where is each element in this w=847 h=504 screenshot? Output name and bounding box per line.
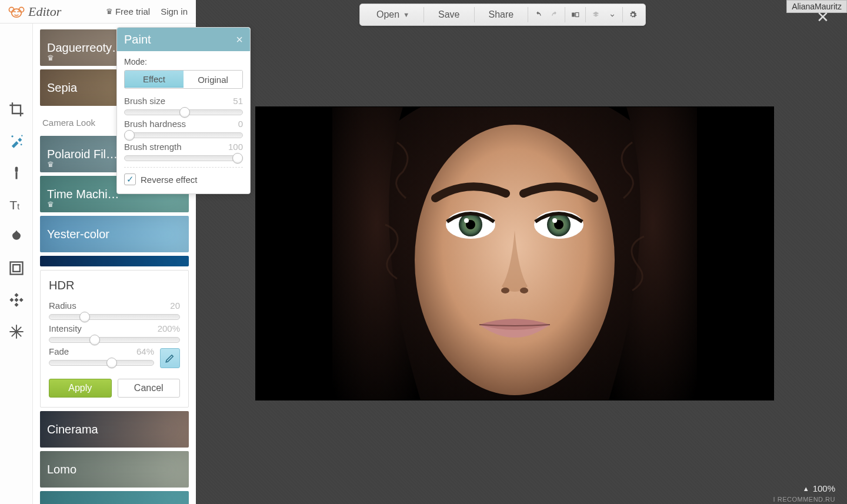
brush-strength-slider[interactable]: Brush strength 100 [124,142,243,161]
chevron-down-icon: ▼ [403,11,409,18]
svg-point-5 [21,135,22,136]
textures-icon[interactable] [7,291,26,309]
crown-icon: ♛ [47,200,54,209]
svg-point-26 [520,288,528,293]
before-after-icon[interactable] [569,8,582,21]
gear-icon[interactable] [626,8,639,21]
filter-lomo[interactable]: Lomo [40,451,189,488]
svg-point-25 [501,288,509,293]
open-button[interactable]: Open ▼ [366,4,420,26]
paint-popover-header: Paint × [117,28,250,51]
mode-segment: Effect Original [124,70,243,89]
effects-icon[interactable] [7,132,26,151]
svg-rect-13 [576,13,579,17]
crown-icon: ♛ [47,54,54,62]
radius-slider[interactable]: Radius 20 [49,301,180,320]
checkbox-icon: ✓ [124,173,136,185]
crop-icon[interactable] [7,100,26,119]
filter-yester-color[interactable]: Yester-color [40,216,189,252]
sign-in-link[interactable]: Sign in [161,6,188,16]
brush-size-slider[interactable]: Brush size 51 [124,96,243,115]
main-toolbar: Open ▼ Save Share [359,4,646,26]
monkey-icon [8,5,25,18]
paint-toggle-button[interactable] [160,348,180,368]
watermark: I RECOMMEND.RU [773,496,835,503]
undo-icon[interactable] [532,8,545,21]
svg-rect-10 [10,262,22,275]
filter-hdr-thumb[interactable] [40,256,189,266]
text-icon[interactable]: Tt [7,195,26,214]
svg-text:t: t [17,202,19,211]
frames-icon[interactable] [7,259,26,278]
logo: Editor [8,4,61,19]
layers-icon[interactable] [589,8,602,21]
filter-cinerama[interactable]: Cinerama [40,411,189,448]
svg-rect-6 [15,167,18,172]
mode-original-button[interactable]: Original [184,71,242,88]
themes-icon[interactable] [7,322,26,341]
intensity-slider[interactable]: Intensity 200% [49,323,180,343]
svg-rect-7 [15,172,17,179]
triangle-up-icon: ▲ [803,485,809,492]
canvas-area: Open ▼ Save Share [196,0,847,504]
close-icon[interactable]: × [236,33,243,46]
filter-more[interactable] [40,491,189,504]
free-trial-link[interactable]: ♛ Free trial [106,6,150,16]
portrait-image [332,107,697,400]
fade-slider[interactable]: Fade 64% [49,346,154,366]
hdr-title: HDR [49,279,180,292]
brush-hardness-slider[interactable]: Brush hardness 0 [124,119,243,138]
hdr-panel: HDR Radius 20 Intensity 200% Fade [40,270,189,408]
svg-point-3 [11,135,13,137]
share-button[interactable]: Share [478,4,525,26]
apply-button[interactable]: Apply [49,379,112,398]
image-canvas[interactable] [256,107,773,400]
cancel-button[interactable]: Cancel [118,379,181,398]
svg-rect-12 [572,13,575,17]
mode-label: Mode: [124,57,243,66]
close-icon[interactable]: ✕ [816,8,829,26]
redo-icon [548,8,561,21]
svg-point-4 [20,143,22,145]
app-header: Editor ♛ Free trial Sign in [0,0,196,24]
zoom-indicator[interactable]: ▲ 100% [803,483,835,493]
svg-point-24 [552,218,557,223]
reverse-effect-checkbox[interactable]: ✓ Reverse effect [124,173,243,185]
app-title: Editor [28,4,61,19]
crown-icon: ♛ [106,7,113,16]
overlays-icon[interactable] [7,227,26,246]
tool-rail: Tt [0,24,33,504]
download-arrow-icon[interactable] [606,8,619,21]
save-button[interactable]: Save [428,4,470,26]
svg-point-23 [464,218,469,223]
svg-rect-11 [13,265,20,272]
paint-popover: Paint × Mode: Effect Original Brush size… [116,27,251,194]
touchup-icon[interactable] [7,163,26,182]
svg-text:T: T [9,198,17,212]
crown-icon: ♛ [47,160,54,169]
mode-effect-button[interactable]: Effect [124,70,184,88]
